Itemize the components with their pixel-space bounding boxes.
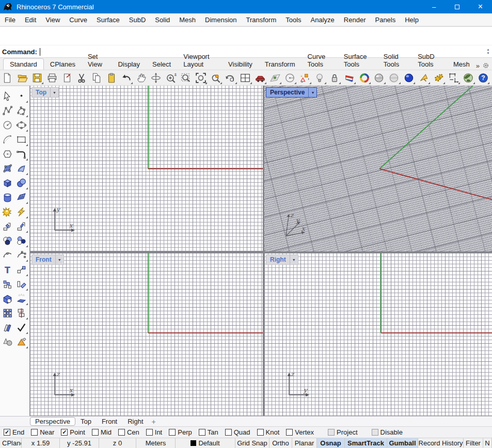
status-cell-x-1-59[interactable]: x 1.59	[22, 438, 60, 448]
status-cell-record-history[interactable]: Record History	[418, 438, 464, 448]
solid-edit-button[interactable]	[1, 291, 14, 306]
pan-view-button[interactable]	[134, 71, 149, 85]
rotate-view-button[interactable]	[149, 71, 164, 85]
primitive-solids-button[interactable]	[1, 334, 14, 349]
status-cell-meters[interactable]: Meters	[136, 438, 176, 448]
single-point-button[interactable]	[14, 89, 28, 103]
boolean-union-button[interactable]	[1, 233, 14, 248]
viewport-menu-arrow-icon[interactable]: ▼	[55, 255, 64, 264]
checkbox-icon[interactable]	[328, 429, 335, 436]
move-scale-button[interactable]	[14, 262, 28, 277]
status-cell-cplane[interactable]: CPlane	[0, 438, 22, 448]
solid-box-button[interactable]	[1, 175, 14, 190]
polygon-button[interactable]	[1, 147, 14, 161]
toolbar-tab-solid-tools[interactable]: Solid Tools	[377, 51, 411, 70]
extrude-surface-button[interactable]	[14, 291, 28, 306]
array-objects-button[interactable]	[1, 277, 14, 291]
toolbar-tab-set-view[interactable]: Set View	[82, 51, 112, 70]
circle-button[interactable]	[1, 118, 14, 132]
command-history[interactable]	[0, 27, 492, 45]
freeform-curve-button[interactable]	[14, 147, 28, 161]
toolbar-tab-curve-tools[interactable]: Curve Tools	[301, 51, 338, 70]
osnap-checkbox-quad[interactable]: Quad	[225, 428, 250, 436]
menu-item-analyze[interactable]: Analyze	[306, 14, 339, 25]
control-point-curve-button[interactable]	[14, 103, 28, 118]
checkbox-icon[interactable]	[31, 429, 38, 436]
fillet-button[interactable]	[1, 219, 14, 233]
minimize-button[interactable]: –	[422, 0, 446, 13]
color-wheel-button[interactable]	[357, 71, 372, 85]
viewport-front-canvas[interactable]: z x Front ▼	[30, 253, 263, 416]
copy-button[interactable]	[89, 71, 104, 85]
viewport-top-canvas[interactable]: y x Top ▼	[30, 86, 263, 251]
status-cell-osnap[interactable]: Osnap	[317, 438, 345, 448]
dimension-tools-button[interactable]	[446, 71, 461, 85]
osnap-checkbox-tan[interactable]: Tan	[199, 428, 218, 436]
select-arrow-button[interactable]	[1, 89, 14, 103]
menu-item-tools[interactable]: Tools	[281, 14, 306, 25]
export-file-button[interactable]	[59, 71, 74, 85]
menu-item-help[interactable]: Help	[400, 14, 423, 25]
menu-item-view[interactable]: View	[41, 14, 65, 25]
status-cell-y-25-91[interactable]: y -25.91	[60, 438, 99, 448]
osnap-checkbox-project[interactable]: Project	[328, 428, 357, 436]
status-cell-z-0[interactable]: z 0	[99, 438, 136, 448]
toolbar-tab-standard[interactable]: Standard	[3, 58, 44, 70]
viewport-title-perspective[interactable]: Perspective ▼	[266, 87, 317, 98]
checkbox-icon[interactable]	[92, 429, 99, 436]
toolbar-tab-select[interactable]: Select	[146, 59, 177, 70]
checkbox-icon[interactable]	[225, 429, 232, 436]
menu-item-solid[interactable]: Solid	[150, 14, 174, 25]
zoom-dynamic-button[interactable]: ±	[164, 71, 179, 85]
help-button[interactable]: ?	[476, 71, 491, 85]
status-cell-planar[interactable]: Planar	[292, 438, 317, 448]
menu-item-file[interactable]: File	[0, 14, 20, 25]
cplane-grid-button[interactable]	[267, 71, 282, 85]
surface-sweep-button[interactable]	[14, 161, 28, 175]
sphere-ghosted-button[interactable]	[387, 71, 402, 85]
menu-item-surface[interactable]: Surface	[92, 14, 124, 25]
toolbar-tab-cplanes[interactable]: CPlanes	[44, 59, 82, 70]
osnap-checkbox-vertex[interactable]: Vertex	[286, 428, 314, 436]
layer-wedge-button[interactable]	[342, 71, 357, 85]
cut-button[interactable]	[74, 71, 89, 85]
toolbar-tab-surface-tools[interactable]: Surface Tools	[338, 51, 377, 70]
zoom-extents-button[interactable]	[193, 71, 208, 85]
rebuild-curve-button[interactable]	[14, 248, 28, 262]
toolbar-tab-subd-tools[interactable]: SubD Tools	[411, 51, 447, 70]
menu-item-mesh[interactable]: Mesh	[174, 14, 200, 25]
menu-item-panels[interactable]: Panels	[370, 14, 400, 25]
extend-button[interactable]	[14, 204, 28, 219]
check-button[interactable]	[14, 320, 28, 334]
osnap-checkbox-point[interactable]: Point	[61, 428, 85, 436]
checkbox-icon[interactable]	[146, 429, 153, 436]
toolbar-tab-mesh[interactable]: Mesh	[447, 59, 476, 70]
viewport-layout-button[interactable]	[238, 71, 253, 85]
checkbox-icon[interactable]	[169, 429, 176, 436]
options-gears-button[interactable]	[431, 71, 446, 85]
status-cell-ortho[interactable]: Ortho	[269, 438, 292, 448]
render-tools-button[interactable]	[14, 334, 28, 349]
maximize-button[interactable]	[446, 0, 469, 13]
solid-spheres-button[interactable]	[14, 175, 28, 190]
explode-button[interactable]	[1, 204, 14, 219]
status-cell-filter[interactable]: Filter	[464, 438, 483, 448]
orient-objects-button[interactable]	[14, 277, 28, 291]
rectangle-button[interactable]	[14, 132, 28, 147]
arc-button[interactable]	[1, 132, 14, 147]
viewport-tab-perspective[interactable]: Perspective	[30, 417, 75, 426]
undo-button[interactable]	[119, 71, 134, 85]
mesh-surface-button[interactable]	[14, 190, 28, 204]
toolbar-tab-visibility[interactable]: Visibility	[222, 59, 259, 70]
chamfer-button[interactable]	[14, 219, 28, 233]
menu-item-dimension[interactable]: Dimension	[200, 14, 241, 25]
checkbox-icon[interactable]	[286, 429, 293, 436]
ellipse-button[interactable]	[14, 118, 28, 132]
close-button[interactable]: ×	[469, 0, 492, 13]
lock-button[interactable]	[327, 71, 342, 85]
menu-item-render[interactable]: Render	[339, 14, 371, 25]
checkbox-icon[interactable]	[118, 429, 125, 436]
viewport-menu-arrow-icon[interactable]: ▼	[290, 255, 298, 264]
viewport-title-top[interactable]: Top ▼	[31, 87, 59, 98]
viewport-perspective-canvas[interactable]: z y x Perspective ▼	[264, 86, 492, 251]
